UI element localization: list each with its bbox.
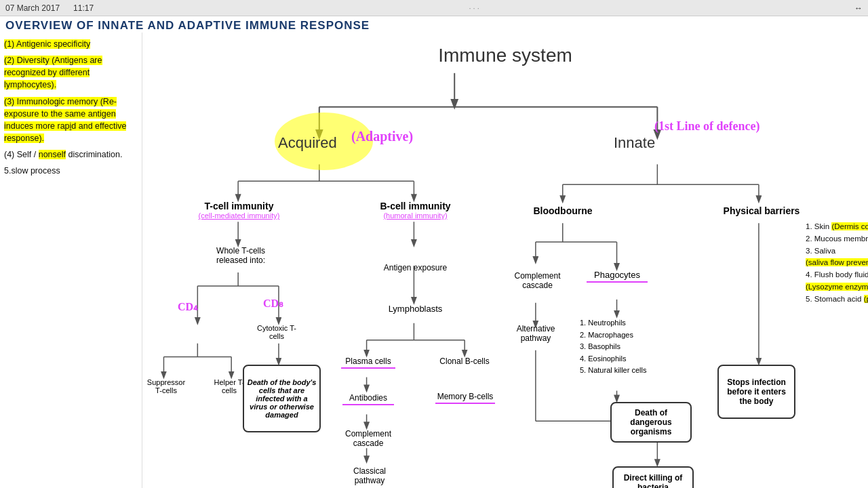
classical-pathway: Classical pathway [339, 466, 400, 485]
clonal-b-box: Clonal B-cells [437, 357, 492, 366]
right-annotations: 1. Skin (Dermis consist of sebaceous gla… [806, 221, 868, 306]
suppressor-box: Suppressor T-cells [146, 378, 186, 394]
innate-label: Innate [614, 134, 655, 152]
cd4-label: CD₄ [178, 300, 197, 313]
main-title-bar: OVERVIEW OF INNATE AND ADAPTIVE IMMUNE R… [0, 16, 868, 33]
memory-b-box: Memory B-cells [435, 392, 495, 404]
cytotoxic-box: Cytotoxic T-cells [253, 324, 300, 340]
complement-bottom: Complement cascade [338, 429, 399, 448]
complement-cascade-top: Complement cascade [509, 271, 566, 290]
neutrophils-list: 1. Neutrophils 2. Macrophages 3. Basophi… [580, 317, 646, 377]
left-panel: (1) Antigenic specificity (2) Diversity … [0, 33, 142, 488]
immune-system-title: Immune system [438, 45, 572, 66]
adaptive-handwritten: (Adaptive) [351, 129, 413, 144]
bloodbourne-box: Bloodbourne [526, 205, 600, 216]
stops-infection-box: Stops infection before it enters the bod… [717, 365, 795, 419]
diagram-area: Immune system Acquired (Adaptive) Innate… [142, 33, 868, 488]
note-2: (2) Diversity (Antigens are recognized b… [4, 56, 102, 89]
plasma-cells-box: Plasma cells [341, 357, 395, 369]
death-tcell-box: Death of the body's cells that are infec… [243, 365, 321, 432]
direct-killing-box: Direct killing of bacteria [612, 466, 694, 488]
lymphoblasts-box: Lymphoblasts [376, 304, 454, 314]
phagocytes-box: Phagocytes [587, 270, 648, 283]
alternative-pathway: Alternative pathway [505, 324, 566, 343]
physical-barriers-box: Physical barriers [717, 205, 806, 216]
bcell-box: B-cell immunity (humoral immunity) [370, 201, 461, 220]
note-4: (4) Self / nonself discrimination. [4, 148, 138, 161]
first-line-label: (1st Line of defence) [654, 119, 760, 134]
expand-icon[interactable]: ↔ [854, 3, 863, 13]
note-5: 5.slow process [4, 165, 138, 177]
death-dangerous-box: Death of dangerous organisms [610, 402, 692, 443]
tcell-box: T-cell immunity (cell-mediated immunity) [197, 201, 281, 220]
cd8-label: CD₈ [263, 297, 283, 310]
note-1: (1) Antigenic specificity [4, 39, 90, 49]
antibodies-box: Antibodies [342, 393, 394, 405]
acquired-label: Acquired [278, 134, 337, 152]
time-display: 11:17 [73, 3, 94, 13]
whole-tcells: Whole T-cells released into: [203, 246, 278, 265]
date-display: 07 March 2017 [5, 3, 60, 13]
page-title: OVERVIEW OF INNATE AND ADAPTIVE IMMUNE R… [5, 19, 370, 32]
antigen-exposure: Antigen exposure [376, 263, 454, 272]
note-3: (3) Immunologic memory (Re-exposure to t… [4, 97, 126, 143]
top-bar: 07 March 2017 11:17 · · · ↔ [0, 0, 868, 16]
